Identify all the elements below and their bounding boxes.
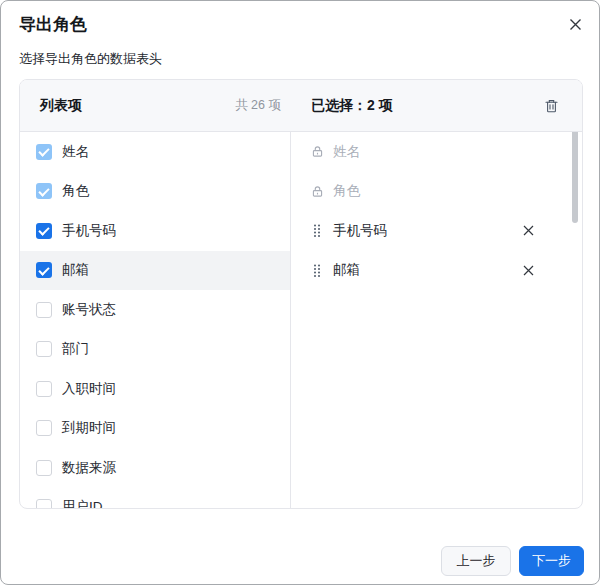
column-option-label: 用户ID (62, 498, 103, 509)
column-option-label: 数据来源 (62, 459, 116, 477)
column-option-row[interactable]: 邮箱 (20, 251, 290, 291)
close-icon (568, 17, 583, 32)
remove-selected-button[interactable] (520, 262, 536, 278)
column-option-row[interactable]: 用户ID (20, 488, 290, 510)
column-option-label: 姓名 (62, 143, 89, 161)
column-option-row[interactable]: 姓名 (20, 132, 290, 172)
dialog-footer: 上一步 下一步 (441, 546, 584, 576)
column-option-label: 入职时间 (62, 380, 116, 398)
selected-title: 已选择：2 项 (311, 97, 393, 115)
column-option-label: 到期时间 (62, 419, 116, 437)
dialog-title: 导出角色 (19, 13, 87, 36)
checkbox[interactable] (36, 183, 52, 199)
clear-selected-button[interactable] (542, 97, 560, 115)
next-step-button[interactable]: 下一步 (519, 546, 584, 576)
selected-row[interactable]: 角色 (291, 172, 582, 212)
previous-step-button[interactable]: 上一步 (441, 546, 511, 576)
column-option-row[interactable]: 账号状态 (20, 290, 290, 330)
column-list-title: 列表项 (40, 97, 82, 115)
dialog-subtitle: 选择导出角色的数据表头 (19, 50, 162, 68)
close-button[interactable] (565, 14, 585, 34)
panel-header: 列表项 共 26 项 已选择：2 项 (20, 80, 582, 132)
selected-row-label: 手机号码 (333, 222, 387, 240)
drag-handle-icon[interactable] (310, 224, 324, 237)
remove-x-icon (523, 225, 534, 236)
column-option-row[interactable]: 部门 (20, 330, 290, 370)
column-list: 姓名 角色 手机号码 邮箱 账号状态 部门 入职时间 到期时间 数据来源 用户I… (20, 132, 291, 509)
lock-icon (310, 145, 324, 158)
panel-body: 姓名 角色 手机号码 邮箱 账号状态 部门 入职时间 到期时间 数据来源 用户I… (20, 132, 582, 509)
dialog-window: 导出角色 选择导出角色的数据表头 列表项 共 26 项 已选择：2 项 (0, 0, 600, 585)
column-total-count: 共 26 项 (235, 97, 281, 114)
selected-row[interactable]: 邮箱 (291, 251, 582, 291)
remove-selected-button[interactable] (520, 223, 536, 239)
selected-list: 姓名 角色 手机号码 邮箱 (291, 132, 582, 509)
column-option-label: 账号状态 (62, 301, 116, 319)
checkbox[interactable] (36, 381, 52, 397)
column-option-row[interactable]: 数据来源 (20, 448, 290, 488)
trash-icon (545, 99, 558, 113)
drag-handle-icon[interactable] (310, 264, 324, 277)
checkbox[interactable] (36, 460, 52, 476)
selected-row-label: 角色 (333, 182, 360, 200)
column-option-row[interactable]: 到期时间 (20, 409, 290, 449)
column-option-row[interactable]: 手机号码 (20, 211, 290, 251)
checkbox[interactable] (36, 420, 52, 436)
lock-icon (310, 185, 324, 198)
selected-row-label: 邮箱 (333, 261, 360, 279)
column-option-label: 手机号码 (62, 222, 116, 240)
checkbox[interactable] (36, 262, 52, 278)
checkbox[interactable] (36, 144, 52, 160)
column-option-label: 部门 (62, 340, 89, 358)
column-option-label: 邮箱 (62, 261, 89, 279)
column-option-label: 角色 (62, 182, 89, 200)
checkbox[interactable] (36, 341, 52, 357)
selected-row[interactable]: 姓名 (291, 132, 582, 172)
checkbox[interactable] (36, 302, 52, 318)
checkbox[interactable] (36, 223, 52, 239)
column-option-row[interactable]: 角色 (20, 172, 290, 212)
column-option-row[interactable]: 入职时间 (20, 369, 290, 409)
checkbox[interactable] (36, 499, 52, 509)
selected-row-label: 姓名 (333, 143, 360, 161)
export-role-dialog: 导出角色 选择导出角色的数据表头 列表项 共 26 项 已选择：2 项 (0, 0, 600, 585)
transfer-panel: 列表项 共 26 项 已选择：2 项 (19, 79, 583, 509)
remove-x-icon (523, 265, 534, 276)
panel-header-right: 已选择：2 项 (291, 97, 582, 115)
panel-header-left: 列表项 共 26 项 (20, 97, 291, 115)
selected-row[interactable]: 手机号码 (291, 211, 582, 251)
